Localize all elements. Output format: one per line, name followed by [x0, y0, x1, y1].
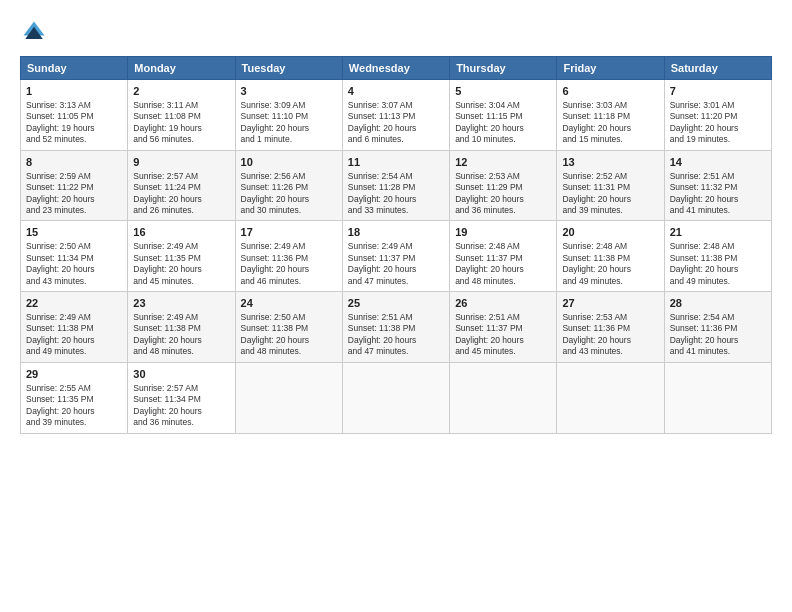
day-number: 20: [562, 225, 658, 240]
day-number: 11: [348, 155, 444, 170]
calendar-cell: 26Sunrise: 2:51 AM Sunset: 11:37 PM Dayl…: [450, 292, 557, 363]
day-info: Sunrise: 2:59 AM Sunset: 11:22 PM Daylig…: [26, 171, 122, 217]
day-info: Sunrise: 2:48 AM Sunset: 11:37 PM Daylig…: [455, 241, 551, 287]
logo-icon: [20, 18, 48, 46]
day-number: 19: [455, 225, 551, 240]
day-number: 7: [670, 84, 766, 99]
day-number: 12: [455, 155, 551, 170]
day-number: 10: [241, 155, 337, 170]
header-day-tuesday: Tuesday: [235, 57, 342, 80]
calendar-cell: 9Sunrise: 2:57 AM Sunset: 11:24 PM Dayli…: [128, 150, 235, 221]
week-row-3: 15Sunrise: 2:50 AM Sunset: 11:34 PM Dayl…: [21, 221, 772, 292]
day-info: Sunrise: 2:53 AM Sunset: 11:36 PM Daylig…: [562, 312, 658, 358]
day-number: 22: [26, 296, 122, 311]
header-day-friday: Friday: [557, 57, 664, 80]
day-number: 16: [133, 225, 229, 240]
calendar-cell: 12Sunrise: 2:53 AM Sunset: 11:29 PM Dayl…: [450, 150, 557, 221]
day-number: 6: [562, 84, 658, 99]
day-info: Sunrise: 3:07 AM Sunset: 11:13 PM Daylig…: [348, 100, 444, 146]
calendar-cell: 15Sunrise: 2:50 AM Sunset: 11:34 PM Dayl…: [21, 221, 128, 292]
header-day-monday: Monday: [128, 57, 235, 80]
calendar-table: SundayMondayTuesdayWednesdayThursdayFrid…: [20, 56, 772, 434]
day-info: Sunrise: 2:48 AM Sunset: 11:38 PM Daylig…: [562, 241, 658, 287]
day-info: Sunrise: 2:56 AM Sunset: 11:26 PM Daylig…: [241, 171, 337, 217]
calendar-cell: 24Sunrise: 2:50 AM Sunset: 11:38 PM Dayl…: [235, 292, 342, 363]
calendar-cell: 17Sunrise: 2:49 AM Sunset: 11:36 PM Dayl…: [235, 221, 342, 292]
day-number: 18: [348, 225, 444, 240]
header-row: SundayMondayTuesdayWednesdayThursdayFrid…: [21, 57, 772, 80]
logo: [20, 18, 52, 46]
week-row-2: 8Sunrise: 2:59 AM Sunset: 11:22 PM Dayli…: [21, 150, 772, 221]
header-day-sunday: Sunday: [21, 57, 128, 80]
header-day-saturday: Saturday: [664, 57, 771, 80]
header-day-wednesday: Wednesday: [342, 57, 449, 80]
day-number: 30: [133, 367, 229, 382]
day-number: 26: [455, 296, 551, 311]
day-info: Sunrise: 2:57 AM Sunset: 11:24 PM Daylig…: [133, 171, 229, 217]
day-info: Sunrise: 2:51 AM Sunset: 11:32 PM Daylig…: [670, 171, 766, 217]
calendar-cell: 11Sunrise: 2:54 AM Sunset: 11:28 PM Dayl…: [342, 150, 449, 221]
day-info: Sunrise: 3:01 AM Sunset: 11:20 PM Daylig…: [670, 100, 766, 146]
day-info: Sunrise: 2:50 AM Sunset: 11:38 PM Daylig…: [241, 312, 337, 358]
day-info: Sunrise: 2:49 AM Sunset: 11:35 PM Daylig…: [133, 241, 229, 287]
calendar-cell: [664, 362, 771, 433]
calendar-cell: 10Sunrise: 2:56 AM Sunset: 11:26 PM Dayl…: [235, 150, 342, 221]
calendar-cell: [342, 362, 449, 433]
day-info: Sunrise: 3:13 AM Sunset: 11:05 PM Daylig…: [26, 100, 122, 146]
calendar-cell: 27Sunrise: 2:53 AM Sunset: 11:36 PM Dayl…: [557, 292, 664, 363]
day-info: Sunrise: 2:49 AM Sunset: 11:38 PM Daylig…: [133, 312, 229, 358]
calendar-cell: [557, 362, 664, 433]
week-row-1: 1Sunrise: 3:13 AM Sunset: 11:05 PM Dayli…: [21, 80, 772, 151]
calendar-cell: 1Sunrise: 3:13 AM Sunset: 11:05 PM Dayli…: [21, 80, 128, 151]
day-info: Sunrise: 3:11 AM Sunset: 11:08 PM Daylig…: [133, 100, 229, 146]
day-info: Sunrise: 2:57 AM Sunset: 11:34 PM Daylig…: [133, 383, 229, 429]
day-number: 28: [670, 296, 766, 311]
day-info: Sunrise: 2:49 AM Sunset: 11:36 PM Daylig…: [241, 241, 337, 287]
calendar-cell: 20Sunrise: 2:48 AM Sunset: 11:38 PM Dayl…: [557, 221, 664, 292]
calendar-cell: 19Sunrise: 2:48 AM Sunset: 11:37 PM Dayl…: [450, 221, 557, 292]
day-info: Sunrise: 2:49 AM Sunset: 11:37 PM Daylig…: [348, 241, 444, 287]
day-info: Sunrise: 2:55 AM Sunset: 11:35 PM Daylig…: [26, 383, 122, 429]
day-number: 25: [348, 296, 444, 311]
day-number: 5: [455, 84, 551, 99]
calendar-cell: 2Sunrise: 3:11 AM Sunset: 11:08 PM Dayli…: [128, 80, 235, 151]
day-info: Sunrise: 2:50 AM Sunset: 11:34 PM Daylig…: [26, 241, 122, 287]
day-number: 8: [26, 155, 122, 170]
day-number: 14: [670, 155, 766, 170]
day-number: 24: [241, 296, 337, 311]
day-number: 4: [348, 84, 444, 99]
week-row-4: 22Sunrise: 2:49 AM Sunset: 11:38 PM Dayl…: [21, 292, 772, 363]
calendar-cell: [450, 362, 557, 433]
week-row-5: 29Sunrise: 2:55 AM Sunset: 11:35 PM Dayl…: [21, 362, 772, 433]
day-number: 17: [241, 225, 337, 240]
header: [20, 18, 772, 46]
calendar-cell: 22Sunrise: 2:49 AM Sunset: 11:38 PM Dayl…: [21, 292, 128, 363]
day-info: Sunrise: 2:48 AM Sunset: 11:38 PM Daylig…: [670, 241, 766, 287]
calendar-cell: 5Sunrise: 3:04 AM Sunset: 11:15 PM Dayli…: [450, 80, 557, 151]
day-number: 2: [133, 84, 229, 99]
calendar-cell: 14Sunrise: 2:51 AM Sunset: 11:32 PM Dayl…: [664, 150, 771, 221]
calendar-cell: 25Sunrise: 2:51 AM Sunset: 11:38 PM Dayl…: [342, 292, 449, 363]
day-number: 27: [562, 296, 658, 311]
calendar-cell: 30Sunrise: 2:57 AM Sunset: 11:34 PM Dayl…: [128, 362, 235, 433]
day-number: 3: [241, 84, 337, 99]
day-info: Sunrise: 2:51 AM Sunset: 11:37 PM Daylig…: [455, 312, 551, 358]
day-info: Sunrise: 2:54 AM Sunset: 11:36 PM Daylig…: [670, 312, 766, 358]
day-number: 13: [562, 155, 658, 170]
page: SundayMondayTuesdayWednesdayThursdayFrid…: [0, 0, 792, 612]
calendar-cell: 28Sunrise: 2:54 AM Sunset: 11:36 PM Dayl…: [664, 292, 771, 363]
day-info: Sunrise: 3:09 AM Sunset: 11:10 PM Daylig…: [241, 100, 337, 146]
day-info: Sunrise: 2:52 AM Sunset: 11:31 PM Daylig…: [562, 171, 658, 217]
day-info: Sunrise: 2:53 AM Sunset: 11:29 PM Daylig…: [455, 171, 551, 217]
calendar-cell: 23Sunrise: 2:49 AM Sunset: 11:38 PM Dayl…: [128, 292, 235, 363]
day-number: 21: [670, 225, 766, 240]
calendar-cell: 13Sunrise: 2:52 AM Sunset: 11:31 PM Dayl…: [557, 150, 664, 221]
calendar-cell: 6Sunrise: 3:03 AM Sunset: 11:18 PM Dayli…: [557, 80, 664, 151]
day-info: Sunrise: 3:04 AM Sunset: 11:15 PM Daylig…: [455, 100, 551, 146]
day-info: Sunrise: 2:54 AM Sunset: 11:28 PM Daylig…: [348, 171, 444, 217]
day-info: Sunrise: 2:49 AM Sunset: 11:38 PM Daylig…: [26, 312, 122, 358]
day-number: 23: [133, 296, 229, 311]
calendar-cell: [235, 362, 342, 433]
day-info: Sunrise: 3:03 AM Sunset: 11:18 PM Daylig…: [562, 100, 658, 146]
calendar-cell: 18Sunrise: 2:49 AM Sunset: 11:37 PM Dayl…: [342, 221, 449, 292]
